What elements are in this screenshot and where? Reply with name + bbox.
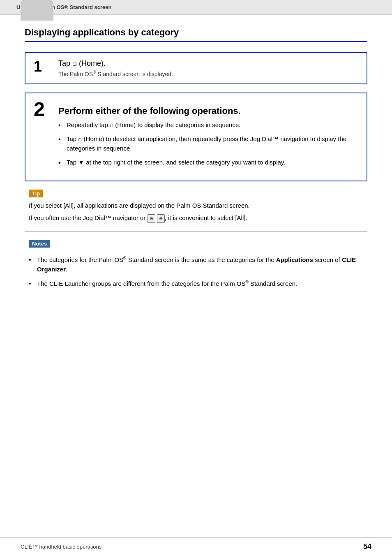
step-2-number: 2 bbox=[34, 100, 50, 119]
notes-section: Notes The categories for the Palm OS® St… bbox=[25, 240, 367, 289]
tip-badge: Tip bbox=[29, 190, 43, 197]
bullet-item-3: Tap ▼ at the top right of the screen, an… bbox=[58, 158, 358, 167]
page-number: 54 bbox=[363, 542, 371, 551]
tab-corner bbox=[21, 0, 53, 21]
home-icon-b2: ⌂ bbox=[78, 135, 82, 142]
notes-bullet-2: The CLIE Launcher groups are different f… bbox=[29, 279, 367, 289]
notes-bullet-list: The categories for the Palm OS® Standard… bbox=[29, 255, 367, 289]
title-divider bbox=[25, 41, 367, 42]
notes-bullet-1: The categories for the Palm OS® Standard… bbox=[29, 255, 367, 274]
step-1-container: 1 Tap ⌂ (Home). The Palm OS® Standard sc… bbox=[25, 52, 367, 84]
home-icon-step1: ⌂ bbox=[72, 59, 77, 67]
notes-badge: Notes bbox=[29, 240, 50, 248]
tip-section: Tip If you select [All], all application… bbox=[25, 190, 367, 223]
step-2-container: 2 Perform either of the following operat… bbox=[25, 93, 367, 181]
footer-text: CLIÉ™ handheld basic operations bbox=[21, 544, 101, 550]
step-1-title: Tap ⌂ (Home). bbox=[58, 59, 358, 68]
bullet-item-1: Repeatedly tap ⌂ (Home) to display the c… bbox=[58, 120, 358, 130]
page-title: Displaying applications by category bbox=[25, 27, 367, 38]
step-1-subtitle: The Palm OS® Standard screen is displaye… bbox=[58, 70, 358, 77]
tip-text-1: If you select [All], all applications ar… bbox=[29, 201, 367, 211]
page-header: Using the Palm OS® Standard screen bbox=[0, 0, 392, 15]
step-2-content: Perform either of the following operatio… bbox=[58, 100, 358, 174]
step-1-title-suffix: (Home). bbox=[77, 59, 106, 67]
home-icon-b1: ⌂ bbox=[110, 121, 113, 128]
main-content: Displaying applications by category 1 Ta… bbox=[0, 15, 392, 330]
bullet-item-2: Tap ⌂ (Home) to deselect an application,… bbox=[58, 134, 358, 153]
section-divider bbox=[25, 231, 367, 232]
jog-icon-left: ⊖ bbox=[148, 214, 155, 223]
step-1-content: Tap ⌂ (Home). The Palm OS® Standard scre… bbox=[58, 59, 358, 77]
jog-icon-right: ⊖ bbox=[157, 214, 165, 223]
tip-text-2: If you often use the Jog Dial™ navigator… bbox=[29, 213, 367, 223]
step-1-number: 1 bbox=[34, 59, 50, 74]
page-footer: CLIÉ™ handheld basic operations 54 bbox=[0, 537, 392, 556]
step-2-title: Perform either of the following operatio… bbox=[58, 106, 358, 116]
step-1-title-prefix: Tap bbox=[58, 59, 72, 67]
step-2-bullet-list: Repeatedly tap ⌂ (Home) to display the c… bbox=[58, 120, 358, 167]
